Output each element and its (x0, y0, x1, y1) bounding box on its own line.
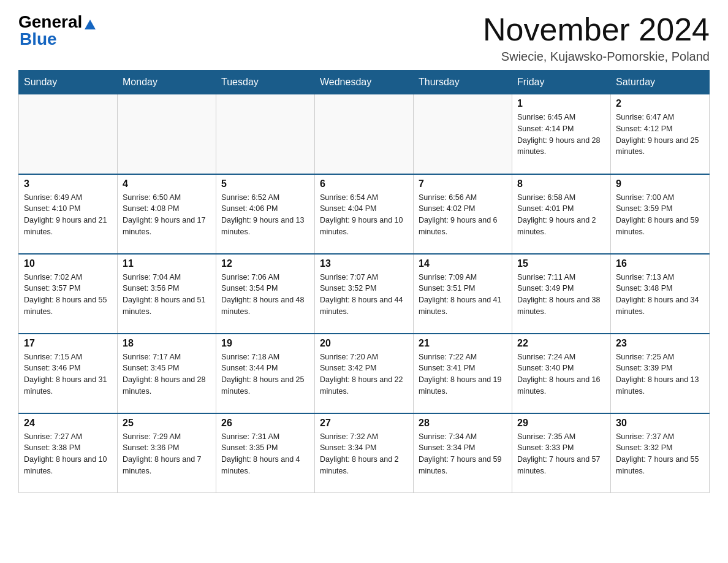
day-number: 9 (616, 178, 704, 190)
table-row: 9Sunrise: 7:00 AM Sunset: 3:59 PM Daylig… (611, 174, 710, 254)
table-row: 17Sunrise: 7:15 AM Sunset: 3:46 PM Dayli… (19, 334, 118, 413)
day-info: Sunrise: 7:15 AM Sunset: 3:46 PM Dayligh… (24, 351, 112, 397)
day-info: Sunrise: 7:17 AM Sunset: 3:45 PM Dayligh… (123, 351, 211, 397)
day-number: 22 (517, 338, 605, 349)
calendar-week-row: 17Sunrise: 7:15 AM Sunset: 3:46 PM Dayli… (19, 334, 710, 413)
col-saturday: Saturday (611, 71, 710, 94)
day-info: Sunrise: 7:35 AM Sunset: 3:33 PM Dayligh… (517, 431, 605, 477)
day-number: 6 (320, 178, 408, 190)
day-info: Sunrise: 7:13 AM Sunset: 3:48 PM Dayligh… (616, 272, 704, 318)
day-number: 8 (517, 178, 605, 190)
day-info: Sunrise: 7:06 AM Sunset: 3:54 PM Dayligh… (221, 272, 309, 318)
logo: General Blue (18, 12, 97, 49)
day-number: 21 (419, 338, 507, 349)
table-row: 14Sunrise: 7:09 AM Sunset: 3:51 PM Dayli… (414, 254, 512, 334)
day-number: 28 (419, 418, 507, 429)
svg-marker-0 (85, 20, 96, 29)
day-info: Sunrise: 7:24 AM Sunset: 3:40 PM Dayligh… (517, 351, 605, 397)
col-friday: Friday (512, 71, 611, 94)
day-info: Sunrise: 7:31 AM Sunset: 3:35 PM Dayligh… (221, 431, 309, 477)
day-number: 2 (616, 98, 704, 109)
calendar-week-row: 10Sunrise: 7:02 AM Sunset: 3:57 PM Dayli… (19, 254, 710, 334)
day-number: 24 (24, 418, 112, 429)
day-info: Sunrise: 7:11 AM Sunset: 3:49 PM Dayligh… (517, 272, 605, 318)
day-info: Sunrise: 7:34 AM Sunset: 3:34 PM Dayligh… (419, 431, 507, 477)
col-sunday: Sunday (19, 71, 118, 94)
day-info: Sunrise: 6:47 AM Sunset: 4:12 PM Dayligh… (616, 112, 704, 158)
day-number: 27 (320, 418, 408, 429)
calendar-header-row: Sunday Monday Tuesday Wednesday Thursday… (19, 71, 710, 94)
day-info: Sunrise: 7:18 AM Sunset: 3:44 PM Dayligh… (221, 351, 309, 397)
col-tuesday: Tuesday (216, 71, 315, 94)
day-number: 18 (123, 338, 211, 349)
day-number: 15 (517, 258, 605, 269)
day-number: 7 (419, 178, 507, 190)
day-info: Sunrise: 7:00 AM Sunset: 3:59 PM Dayligh… (616, 192, 704, 238)
table-row: 18Sunrise: 7:17 AM Sunset: 3:45 PM Dayli… (118, 334, 216, 413)
calendar-table: Sunday Monday Tuesday Wednesday Thursday… (18, 70, 710, 493)
page-header: General Blue November 2024 Swiecie, Kuja… (18, 12, 710, 64)
table-row (315, 94, 414, 174)
day-number: 16 (616, 258, 704, 269)
day-info: Sunrise: 6:56 AM Sunset: 4:02 PM Dayligh… (419, 192, 507, 238)
month-title: November 2024 (483, 12, 710, 47)
col-monday: Monday (118, 71, 216, 94)
calendar-week-row: 1Sunrise: 6:45 AM Sunset: 4:14 PM Daylig… (19, 94, 710, 174)
table-row: 7Sunrise: 6:56 AM Sunset: 4:02 PM Daylig… (414, 174, 512, 254)
table-row (414, 94, 512, 174)
day-number: 29 (517, 418, 605, 429)
table-row: 19Sunrise: 7:18 AM Sunset: 3:44 PM Dayli… (216, 334, 315, 413)
table-row: 2Sunrise: 6:47 AM Sunset: 4:12 PM Daylig… (611, 94, 710, 174)
calendar-week-row: 24Sunrise: 7:27 AM Sunset: 3:38 PM Dayli… (19, 413, 710, 493)
table-row: 1Sunrise: 6:45 AM Sunset: 4:14 PM Daylig… (512, 94, 611, 174)
day-info: Sunrise: 7:20 AM Sunset: 3:42 PM Dayligh… (320, 351, 408, 397)
table-row: 25Sunrise: 7:29 AM Sunset: 3:36 PM Dayli… (118, 413, 216, 493)
table-row: 13Sunrise: 7:07 AM Sunset: 3:52 PM Dayli… (315, 254, 414, 334)
col-thursday: Thursday (414, 71, 512, 94)
table-row (19, 94, 118, 174)
table-row: 29Sunrise: 7:35 AM Sunset: 3:33 PM Dayli… (512, 413, 611, 493)
day-number: 23 (616, 338, 704, 349)
day-info: Sunrise: 6:54 AM Sunset: 4:04 PM Dayligh… (320, 192, 408, 238)
day-number: 4 (123, 178, 211, 190)
table-row: 3Sunrise: 6:49 AM Sunset: 4:10 PM Daylig… (19, 174, 118, 254)
day-info: Sunrise: 7:02 AM Sunset: 3:57 PM Dayligh… (24, 272, 112, 318)
day-info: Sunrise: 7:07 AM Sunset: 3:52 PM Dayligh… (320, 272, 408, 318)
day-number: 11 (123, 258, 211, 269)
table-row: 20Sunrise: 7:20 AM Sunset: 3:42 PM Dayli… (315, 334, 414, 413)
day-number: 17 (24, 338, 112, 349)
day-info: Sunrise: 7:27 AM Sunset: 3:38 PM Dayligh… (24, 431, 112, 477)
table-row: 27Sunrise: 7:32 AM Sunset: 3:34 PM Dayli… (315, 413, 414, 493)
day-info: Sunrise: 7:29 AM Sunset: 3:36 PM Dayligh… (123, 431, 211, 477)
day-number: 12 (221, 258, 309, 269)
table-row: 28Sunrise: 7:34 AM Sunset: 3:34 PM Dayli… (414, 413, 512, 493)
day-info: Sunrise: 6:58 AM Sunset: 4:01 PM Dayligh… (517, 192, 605, 238)
day-number: 5 (221, 178, 309, 190)
logo-blue-text: Blue (20, 29, 57, 49)
table-row: 21Sunrise: 7:22 AM Sunset: 3:41 PM Dayli… (414, 334, 512, 413)
table-row: 16Sunrise: 7:13 AM Sunset: 3:48 PM Dayli… (611, 254, 710, 334)
day-number: 1 (517, 98, 605, 109)
table-row: 24Sunrise: 7:27 AM Sunset: 3:38 PM Dayli… (19, 413, 118, 493)
day-number: 14 (419, 258, 507, 269)
day-info: Sunrise: 6:49 AM Sunset: 4:10 PM Dayligh… (24, 192, 112, 238)
day-info: Sunrise: 7:04 AM Sunset: 3:56 PM Dayligh… (123, 272, 211, 318)
day-info: Sunrise: 7:37 AM Sunset: 3:32 PM Dayligh… (616, 431, 704, 477)
table-row (118, 94, 216, 174)
table-row: 30Sunrise: 7:37 AM Sunset: 3:32 PM Dayli… (611, 413, 710, 493)
day-number: 13 (320, 258, 408, 269)
day-number: 25 (123, 418, 211, 429)
title-section: November 2024 Swiecie, Kujawsko-Pomorski… (483, 12, 710, 64)
table-row: 5Sunrise: 6:52 AM Sunset: 4:06 PM Daylig… (216, 174, 315, 254)
table-row: 8Sunrise: 6:58 AM Sunset: 4:01 PM Daylig… (512, 174, 611, 254)
day-number: 30 (616, 418, 704, 429)
day-number: 20 (320, 338, 408, 349)
day-number: 10 (24, 258, 112, 269)
table-row (216, 94, 315, 174)
day-info: Sunrise: 6:50 AM Sunset: 4:08 PM Dayligh… (123, 192, 211, 238)
table-row: 26Sunrise: 7:31 AM Sunset: 3:35 PM Dayli… (216, 413, 315, 493)
day-number: 19 (221, 338, 309, 349)
table-row: 4Sunrise: 6:50 AM Sunset: 4:08 PM Daylig… (118, 174, 216, 254)
day-number: 3 (24, 178, 112, 190)
table-row: 10Sunrise: 7:02 AM Sunset: 3:57 PM Dayli… (19, 254, 118, 334)
